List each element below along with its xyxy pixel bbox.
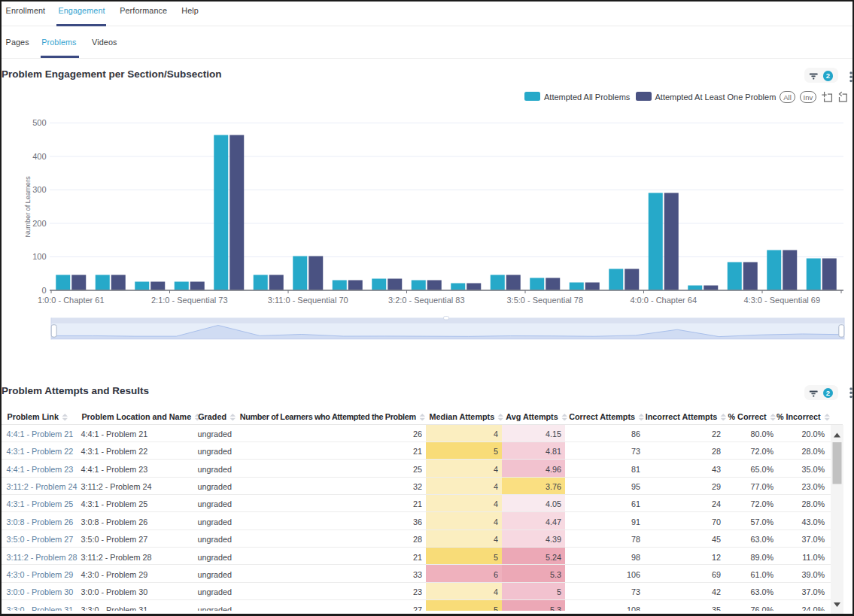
svg-text:100: 100 <box>32 252 46 261</box>
svg-text:400: 400 <box>32 152 46 161</box>
svg-text:500: 500 <box>32 118 46 127</box>
svg-text:4:0:0 - Chapter 64: 4:0:0 - Chapter 64 <box>630 296 697 305</box>
svg-text:2:1:0 - Sequential 73: 2:1:0 - Sequential 73 <box>151 296 228 305</box>
svg-text:200: 200 <box>32 219 46 228</box>
svg-text:3:5:0 - Sequential 78: 3:5:0 - Sequential 78 <box>506 296 583 305</box>
svg-text:Number of Learners: Number of Learners <box>23 176 32 237</box>
svg-text:4:3:0 - Sequential 69: 4:3:0 - Sequential 69 <box>743 296 820 305</box>
svg-text:1:0:0 - Chapter 61: 1:0:0 - Chapter 61 <box>38 296 105 305</box>
svg-text:0: 0 <box>41 286 46 295</box>
svg-text:3:2:0 - Sequential 83: 3:2:0 - Sequential 83 <box>388 296 465 305</box>
svg-text:300: 300 <box>32 185 46 194</box>
svg-text:3:11:0 - Sequential 70: 3:11:0 - Sequential 70 <box>268 296 348 305</box>
